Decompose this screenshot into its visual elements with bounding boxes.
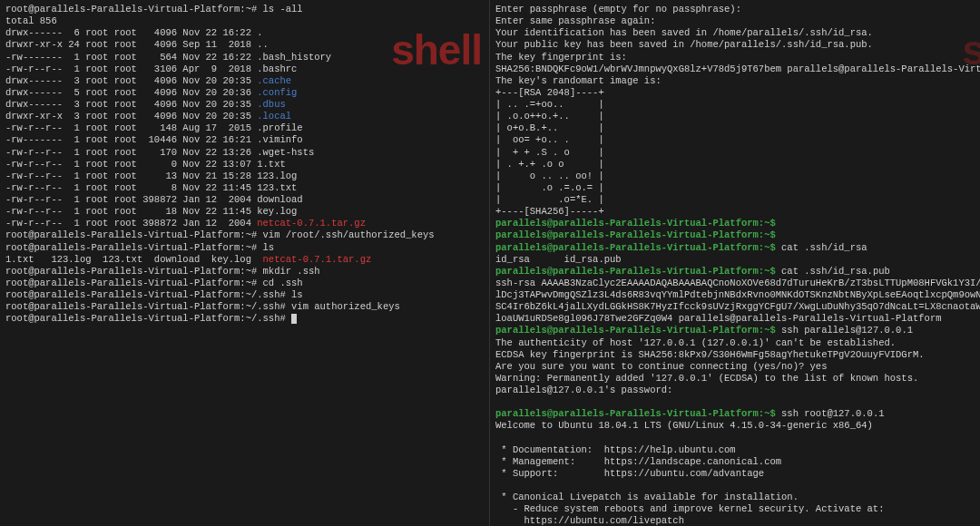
prompt-line: parallels@parallels-Parallels-Virtual-Pl… <box>495 242 975 254</box>
ls-row: -rw-r--r-- 1 root root 398872 Jan 12 200… <box>5 218 484 229</box>
ls-output: drwx------ 6 root root 4096 Nov 22 16:22… <box>5 27 484 229</box>
prompt-line: parallels@parallels-Parallels-Virtual-Pl… <box>495 408 975 420</box>
ls-row: -rw-r--r-- 1 root root 398872 Jan 12 200… <box>5 194 484 206</box>
randomart-row: | .o=*E. | <box>495 194 975 206</box>
output: id_rsa id_rsa.pub <box>495 254 975 266</box>
prompt-line: root@parallels-Parallels-Virtual-Platfor… <box>5 242 484 254</box>
ls-row: drwx------ 5 root root 4096 Nov 20 20:36… <box>5 87 484 99</box>
randomart-row: | o+o.B.+.. | <box>495 122 975 134</box>
output: * Documentation: https://help.ubuntu.com <box>495 444 975 456</box>
randomart-row: +----[SHA256]-----+ <box>495 206 975 218</box>
ls-row: -rw-r--r-- 1 root root 13 Nov 21 15:28 1… <box>5 170 484 182</box>
output: ECDSA key fingerprint is SHA256:8kPx9/S3… <box>495 349 975 361</box>
randomart-row: | .o .=.o.= | <box>495 182 975 194</box>
output: Warning: Permanently added '127.0.0.1' (… <box>495 373 975 385</box>
pubkey-row: SC4Ir6bZ6kL4jalLXydLGGkHS8K7HyzIfcck9sUV… <box>495 301 975 313</box>
output: parallels@127.0.0.1's password: <box>495 385 975 396</box>
ls-row: -rw-r--r-- 1 root root 3106 Apr 9 2018 .… <box>5 63 484 75</box>
ls-row: 1.txt 123.log 123.txt download key.log n… <box>5 254 484 266</box>
output: Your identification has been saved in /h… <box>495 27 975 39</box>
prompt-line: root@parallels-Parallels-Virtual-Platfor… <box>5 229 484 241</box>
randomart-row: | oo= +o.. . | <box>495 134 975 146</box>
ls-row: -rw-r--r-- 1 root root 148 Aug 17 2015 .… <box>5 122 484 134</box>
blank <box>495 480 975 492</box>
output: Your public key has been saved in /home/… <box>495 39 975 51</box>
ls-row: drwxr-xr-x 24 root root 4096 Sep 11 2018… <box>5 39 484 51</box>
prompt-line: parallels@parallels-Parallels-Virtual-Pl… <box>495 218 975 229</box>
output: * Management: https://landscape.canonica… <box>495 456 975 468</box>
output: The key's randomart image is: <box>495 75 975 87</box>
pubkey-row: loaUW1uRDSe8gl096J78Twe2GFZq0W4 parallel… <box>495 313 975 325</box>
randomart: +---[RSA 2048]----+| .. .=+oo.. || .o.o+… <box>495 87 975 218</box>
prompt-line[interactable]: root@parallels-Parallels-Virtual-Platfor… <box>5 313 484 325</box>
terminal-right[interactable]: shell Enter passphrase (empty for no pas… <box>490 0 980 526</box>
pubkey-row: lDcj3TAPwvDmgQSZlz3L4ds6R83vqYYmlPdtebjn… <box>495 289 975 301</box>
prompt-line: root@parallels-Parallels-Virtual-Platfor… <box>5 266 484 278</box>
pubkey-output: ssh-rsa AAAAB3NzaClyc2EAAAADAQABAAABAQCn… <box>495 278 975 326</box>
output: - Reduce system reboots and improve kern… <box>495 503 975 515</box>
terminal-split: shell root@parallels-Parallels-Virtual-P… <box>0 0 980 526</box>
prompt-line: root@parallels-Parallels-Virtual-Platfor… <box>5 278 484 289</box>
randomart-row: | .. .=+oo.. | <box>495 99 975 111</box>
ls-row: -rw-r--r-- 1 root root 8 Nov 22 11:45 12… <box>5 182 484 194</box>
ls-row: drwx------ 6 root root 4096 Nov 22 16:22… <box>5 27 484 39</box>
ls-row: -rw-r--r-- 1 root root 0 Nov 22 13:07 1.… <box>5 159 484 170</box>
ls-row: -rw-r--r-- 1 root root 18 Nov 22 11:45 k… <box>5 206 484 218</box>
output: Are you sure you want to continue connec… <box>495 361 975 373</box>
output: * Support: https://ubuntu.com/advantage <box>495 468 975 480</box>
output: Enter same passphrase again: <box>495 15 975 27</box>
ls-row: drwxr-xr-x 3 root root 4096 Nov 20 20:35… <box>5 111 484 122</box>
randomart-row: | + + .S . o | <box>495 147 975 159</box>
prompt-line: root@parallels-Parallels-Virtual-Platfor… <box>5 289 484 301</box>
cursor-icon <box>291 314 297 324</box>
prompt-line: root@parallels-Parallels-Virtual-Platfor… <box>5 301 484 313</box>
output: Enter passphrase (empty for no passphras… <box>495 4 975 15</box>
output: https://ubuntu.com/livepatch <box>495 515 975 526</box>
randomart-row: +---[RSA 2048]----+ <box>495 87 975 99</box>
terminal-left[interactable]: shell root@parallels-Parallels-Virtual-P… <box>0 0 490 526</box>
prompt-line: parallels@parallels-Parallels-Virtual-Pl… <box>495 325 975 336</box>
ls-total: total 856 <box>5 15 484 27</box>
ls-row: -rw------- 1 root root 10446 Nov 22 16:2… <box>5 134 484 146</box>
ls-row: -rw------- 1 root root 564 Nov 22 16:22 … <box>5 52 484 63</box>
ls-row: -rw-r--r-- 1 root root 170 Nov 22 13:26 … <box>5 147 484 159</box>
randomart-row: | o .. .. oo! | <box>495 170 975 182</box>
ls-row: drwx------ 3 root root 4096 Nov 20 20:35… <box>5 75 484 87</box>
randomart-row: | . +.+ .o o | <box>495 159 975 170</box>
blank <box>495 433 975 444</box>
pubkey-row: ssh-rsa AAAAB3NzaClyc2EAAAADAQABAAABAQCn… <box>495 278 975 289</box>
output: The authenticity of host '127.0.0.1 (127… <box>495 337 975 349</box>
prompt-line: parallels@parallels-Parallels-Virtual-Pl… <box>495 229 975 241</box>
ls-row: drwx------ 3 root root 4096 Nov 20 20:35… <box>5 99 484 111</box>
prompt-line: parallels@parallels-Parallels-Virtual-Pl… <box>495 266 975 278</box>
prompt-line: root@parallels-Parallels-Virtual-Platfor… <box>5 4 484 15</box>
shell-prompt: root@parallels-Parallels-Virtual-Platfor… <box>5 4 263 15</box>
output: Welcome to Ubuntu 18.04.1 LTS (GNU/Linux… <box>495 420 975 432</box>
output: SHA256:BNDQKFc9oW1/wbrWVJmnpwyQxG8lz+V78… <box>495 63 975 75</box>
cmd: ls -all <box>263 4 303 15</box>
randomart-row: | .o.o++o.+.. | <box>495 111 975 122</box>
blank <box>495 396 975 408</box>
output: * Canonical Livepatch is available for i… <box>495 492 975 503</box>
output: The key fingerprint is: <box>495 52 975 63</box>
